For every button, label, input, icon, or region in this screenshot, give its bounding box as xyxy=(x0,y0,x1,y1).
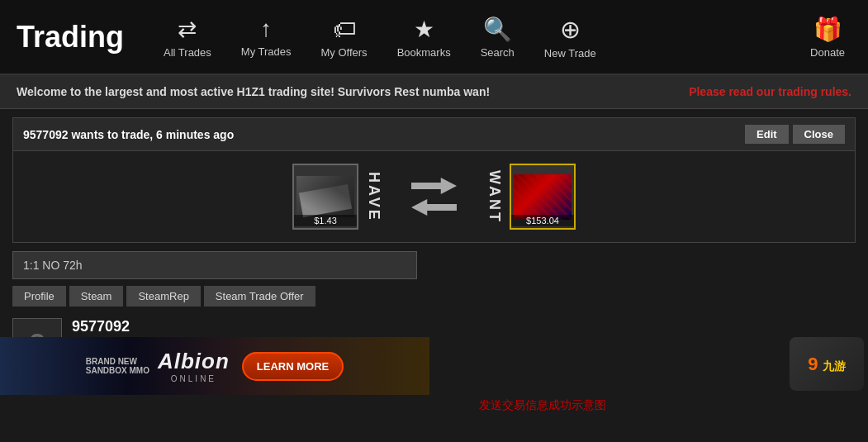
banner-text: Welcome to the largest and most active H… xyxy=(17,85,490,98)
tab-steam[interactable]: Steam xyxy=(69,286,124,307)
tab-steamrep[interactable]: SteamRep xyxy=(126,286,200,307)
profile-tabs: Profile Steam SteamRep Steam Trade Offer xyxy=(12,286,856,307)
want-item-box[interactable]: $153.04 xyxy=(510,164,576,230)
trade-arrows xyxy=(411,178,457,216)
banner-link[interactable]: Please read our trading rules. xyxy=(689,85,851,98)
have-label: HAVE xyxy=(365,172,382,222)
my-offers-icon: 🏷 xyxy=(333,16,356,43)
trade-header: 9577092 wants to trade, 6 minutes ago Ed… xyxy=(13,118,855,151)
new-trade-icon: ⊕ xyxy=(560,15,581,44)
all-trades-icon: ⇄ xyxy=(178,16,197,43)
header: Trading ⇄ All Trades ↑ My Trades 🏷 My Of… xyxy=(0,0,868,75)
jiuyou-logo: 9 九游 xyxy=(790,337,864,391)
have-item-box[interactable]: $1.43 xyxy=(292,164,358,230)
nav-search[interactable]: 🔍 Search xyxy=(466,7,529,67)
ad-brand-new: BRAND NEW xyxy=(86,357,137,366)
user-name: 9577092 xyxy=(72,318,164,335)
search-icon: 🔍 xyxy=(483,16,512,43)
trade-header-text: 9577092 wants to trade, 6 minutes ago xyxy=(23,128,234,141)
nav-all-trades-label: All Trades xyxy=(164,46,211,59)
have-section: $1.43 HAVE xyxy=(292,164,382,230)
trade-username: 9577092 xyxy=(23,128,69,141)
have-item-image xyxy=(296,176,354,217)
trade-time: 6 minutes ago xyxy=(156,128,234,141)
nav-bookmarks[interactable]: ★ Bookmarks xyxy=(382,7,466,67)
bookmarks-icon: ★ xyxy=(414,16,434,43)
want-section: WANT $153.04 xyxy=(486,164,576,230)
arrow-left-icon xyxy=(411,199,457,216)
ad-title: Albion xyxy=(158,349,230,374)
site-title: Trading xyxy=(8,20,132,55)
nav-my-trades[interactable]: ↑ My Trades xyxy=(226,7,306,66)
nav-my-offers-label: My Offers xyxy=(321,46,368,59)
trade-action-buttons: Edit Close xyxy=(745,125,845,144)
edit-button[interactable]: Edit xyxy=(745,125,789,144)
want-item-price: $153.04 xyxy=(511,215,574,226)
my-trades-icon: ↑ xyxy=(260,16,272,42)
nav-new-trade[interactable]: ⊕ New Trade xyxy=(529,7,611,68)
nav-donate-label: Donate xyxy=(810,46,845,59)
tab-steam-trade-offer[interactable]: Steam Trade Offer xyxy=(204,286,315,307)
nav-donate[interactable]: 🎁 Donate xyxy=(795,7,860,67)
nav-all-trades[interactable]: ⇄ All Trades xyxy=(149,7,226,67)
ad-learn-more-button[interactable]: LEARN MORE xyxy=(242,352,344,381)
trade-card: 9577092 wants to trade, 6 minutes ago Ed… xyxy=(12,117,856,243)
tab-profile[interactable]: Profile xyxy=(12,286,66,307)
nav-bookmarks-label: Bookmarks xyxy=(397,46,451,59)
have-item-price: $1.43 xyxy=(294,215,357,226)
trade-action: wants to trade, xyxy=(71,128,156,141)
main-content: 9577092 wants to trade, 6 minutes ago Ed… xyxy=(0,109,868,395)
nav-new-trade-label: New Trade xyxy=(544,47,596,59)
nav-items: ⇄ All Trades ↑ My Trades 🏷 My Offers ★ B… xyxy=(149,7,860,68)
jiuyou-text: 9 九游 xyxy=(808,354,845,375)
arrow-right-icon xyxy=(411,178,457,194)
donate-icon: 🎁 xyxy=(813,16,842,43)
trade-note: 1:1 NO 72h xyxy=(12,251,417,279)
chinese-overlay: 发送交易信息成功示意图 xyxy=(479,398,606,413)
nav-my-trades-label: My Trades xyxy=(241,45,292,58)
want-label: WANT xyxy=(486,170,503,224)
nav-my-offers[interactable]: 🏷 My Offers xyxy=(306,7,382,67)
close-button[interactable]: Close xyxy=(793,125,845,144)
banner: Welcome to the largest and most active H… xyxy=(0,75,868,109)
ad-type: SANDBOX MMO xyxy=(86,366,149,375)
trade-body: $1.43 HAVE WANT $153.04 xyxy=(13,151,855,242)
ad-banner: BRAND NEW SANDBOX MMO Albion ONLINE LEAR… xyxy=(0,337,429,395)
want-item-image xyxy=(514,174,572,220)
ad-subtitle: ONLINE xyxy=(171,374,216,383)
nav-search-label: Search xyxy=(481,46,515,59)
